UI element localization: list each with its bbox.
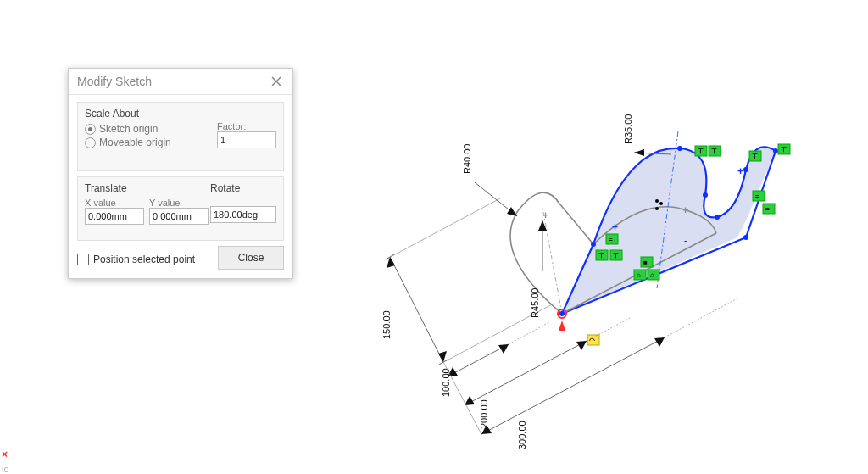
constraint-badge[interactable]: ⊤ xyxy=(695,146,707,156)
svg-line-47 xyxy=(665,298,737,337)
svg-text:⌂: ⌂ xyxy=(650,271,654,279)
x-label: X value xyxy=(85,198,144,208)
vertex[interactable] xyxy=(703,192,708,198)
svg-text:⊤: ⊤ xyxy=(781,146,787,153)
radio-icon xyxy=(85,137,96,148)
svg-line-44 xyxy=(481,337,665,434)
constraint-badge[interactable]: ⊤ xyxy=(610,250,622,260)
constraint-badge[interactable]: ■ xyxy=(641,257,653,267)
svg-text:⊤: ⊤ xyxy=(752,153,758,160)
x-value-input[interactable] xyxy=(85,208,144,225)
constraint-badge[interactable]: = xyxy=(606,234,618,244)
svg-text:R35.00: R35.00 xyxy=(623,114,633,144)
sketch-face xyxy=(562,147,776,314)
svg-line-37 xyxy=(509,322,549,344)
close-icon[interactable] xyxy=(269,74,284,89)
svg-line-49 xyxy=(443,362,481,434)
constraint-badge[interactable]: ⊤ xyxy=(596,250,608,260)
scale-about-label: Scale About xyxy=(85,108,276,120)
arc-center-icon: + xyxy=(682,204,688,216)
svg-text:R45.00: R45.00 xyxy=(530,288,540,318)
constraint-badge[interactable]: ⌂ xyxy=(634,270,646,280)
svg-text:=: = xyxy=(765,205,770,213)
dim-200[interactable]: 200.00 xyxy=(465,317,632,428)
close-button[interactable]: Close xyxy=(218,246,284,270)
warning-glyph: ◠ xyxy=(589,337,595,344)
checkbox-label: Position selected point xyxy=(93,254,195,265)
svg-text:■: ■ xyxy=(643,259,648,266)
dim-r45[interactable]: R45.00 xyxy=(530,220,547,318)
svg-text:⊤: ⊤ xyxy=(711,148,717,155)
svg-line-42 xyxy=(587,317,632,341)
svg-text:⊤: ⊤ xyxy=(598,252,604,259)
vertex[interactable] xyxy=(773,148,778,153)
point xyxy=(655,207,659,210)
dim-100[interactable]: 100.00 xyxy=(441,322,549,397)
checkbox-icon xyxy=(77,254,89,265)
point xyxy=(659,202,663,205)
svg-text:R40.00: R40.00 xyxy=(462,144,472,174)
point xyxy=(655,199,659,203)
radio-label: Sketch origin xyxy=(99,123,158,135)
close-button-label: Close xyxy=(238,252,264,264)
y-value-input[interactable] xyxy=(149,208,209,225)
arc-center-icon: + xyxy=(542,209,548,221)
svg-text:=: = xyxy=(609,236,613,243)
arc-center-icon: + xyxy=(737,165,743,177)
radio-label: Moveable origin xyxy=(99,137,171,148)
rotate-label: Rotate xyxy=(210,182,276,194)
translate-rotate-group: Translate X value Y value Rotate xyxy=(77,176,284,241)
dash-mark: - xyxy=(684,236,687,245)
svg-line-34 xyxy=(448,344,509,376)
svg-text:⊤: ⊤ xyxy=(613,252,619,259)
position-selected-point-check[interactable]: Position selected point xyxy=(77,254,195,265)
arc-center-icon: + xyxy=(612,221,618,233)
modify-sketch-dialog[interactable]: Modify Sketch Scale About Sketch origin … xyxy=(68,68,293,279)
vertex[interactable] xyxy=(715,215,720,220)
factor-label: Factor: xyxy=(217,121,276,131)
svg-text:=: = xyxy=(755,192,760,200)
svg-marker-52 xyxy=(507,207,517,216)
svg-text:200.00: 200.00 xyxy=(479,399,489,428)
svg-line-28 xyxy=(390,257,443,362)
svg-line-39 xyxy=(465,341,587,405)
vertex[interactable] xyxy=(743,235,748,240)
svg-text:150.00: 150.00 xyxy=(381,310,392,339)
dim-300[interactable]: 300.00 xyxy=(481,298,737,449)
dialog-titlebar[interactable]: Modify Sketch xyxy=(69,69,292,95)
svg-marker-58 xyxy=(634,149,644,156)
constraint-badge[interactable]: ⌂ xyxy=(648,270,659,280)
constraint-badge[interactable]: = xyxy=(753,191,765,201)
scale-about-group: Scale About Sketch origin Moveable origi… xyxy=(77,102,284,171)
radio-icon xyxy=(85,124,96,135)
svg-text:100.00: 100.00 xyxy=(441,368,451,397)
rotate-input[interactable] xyxy=(210,206,276,223)
factor-input[interactable] xyxy=(217,131,276,148)
constraint-badge[interactable]: ⊤ xyxy=(778,144,790,154)
constraint-badge[interactable]: ⊤ xyxy=(749,151,761,161)
constraint-badge[interactable]: = xyxy=(763,204,775,214)
corner-text: ic xyxy=(2,464,8,474)
svg-text:⌂: ⌂ xyxy=(637,271,641,279)
dim-150[interactable]: 150.00 xyxy=(381,198,554,365)
vertex[interactable] xyxy=(677,146,682,151)
svg-marker-1 xyxy=(559,321,565,331)
dialog-title: Modify Sketch xyxy=(77,75,152,88)
svg-text:⊤: ⊤ xyxy=(698,148,704,155)
constraint-badge[interactable]: ⊤ xyxy=(709,146,721,156)
vertex[interactable] xyxy=(591,242,596,247)
svg-text:300.00: 300.00 xyxy=(517,421,527,449)
vertex[interactable] xyxy=(559,311,565,316)
dim-r40[interactable]: R40.00 xyxy=(462,144,517,216)
svg-line-31 xyxy=(386,198,500,259)
vertex[interactable] xyxy=(743,167,748,172)
y-label: Y value xyxy=(149,198,209,208)
corner-caret-icon: × xyxy=(2,449,8,460)
